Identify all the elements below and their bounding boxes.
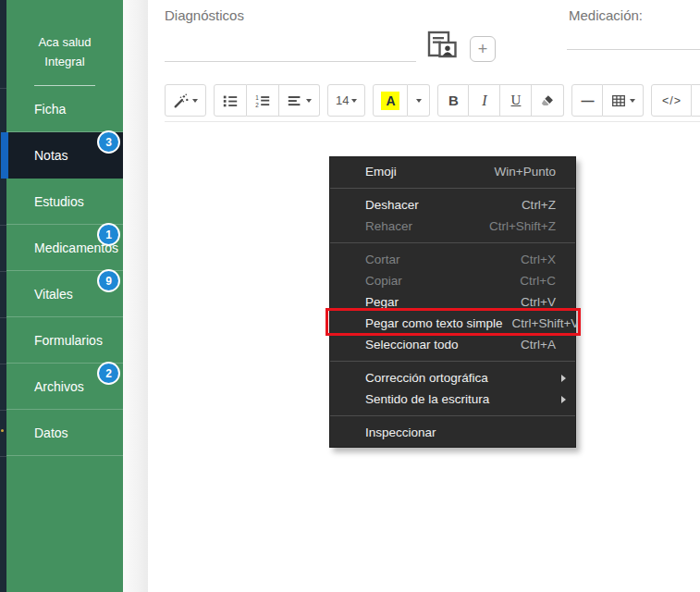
numbered-list-icon: 1 2	[254, 92, 271, 109]
font-size-button[interactable]: 14	[327, 84, 365, 117]
underline-icon: U	[511, 92, 522, 108]
horizontal-rule-button[interactable]: —	[571, 84, 603, 117]
diagnosticos-input[interactable]	[165, 45, 416, 62]
editor-toolbar: 1 2	[165, 84, 700, 117]
context-menu-item-rehacer: RehacerCtrl+Shift+Z	[330, 216, 575, 237]
context-menu-item-pegar[interactable]: PegarCtrl+V	[330, 291, 575, 313]
menu-shortcut: Ctrl+Z	[522, 198, 556, 212]
sidebar-item-label: Datos	[34, 426, 68, 440]
context-menu-item-deshacer[interactable]: DeshacerCtrl+Z	[330, 194, 575, 216]
italic-icon: I	[482, 92, 486, 109]
menu-shortcut: Ctrl+Shift+V	[512, 316, 580, 330]
menu-shortcut: Ctrl+A	[521, 338, 556, 352]
medicacion-input[interactable]	[567, 33, 700, 50]
sidebar-item-notas[interactable]: Notas3	[6, 132, 123, 179]
table-button[interactable]	[603, 84, 644, 117]
mini-strip-divider	[0, 225, 6, 226]
numbered-list-button[interactable]: 1 2	[247, 84, 279, 117]
context-menu: EmojiWin+PuntoDeshacerCtrl+ZRehacerCtrl+…	[329, 156, 576, 448]
menu-item-label: Pegar	[365, 295, 399, 309]
eraser-icon	[539, 92, 556, 109]
submenu-arrow-icon	[561, 396, 566, 403]
sidebar-item-estudios[interactable]: Estudios	[6, 179, 123, 225]
menu-item-label: Corrección ortográfica	[365, 371, 488, 385]
brand-line-1: Aca salud	[6, 32, 123, 52]
mini-strip-divider	[0, 410, 6, 411]
table-icon	[610, 92, 627, 109]
menu-separator	[330, 361, 575, 362]
sidebar-item-label: Formularios	[34, 333, 103, 348]
mini-sidebar-strip	[0, 0, 6, 592]
patient-card-button[interactable]	[426, 31, 460, 60]
list-align-group: 1 2	[214, 84, 320, 117]
context-menu-item-sentido[interactable]: Sentido de la escritura	[330, 388, 575, 410]
context-menu-item-cortar: CortarCtrl+X	[330, 249, 575, 270]
text-color-button[interactable]: A	[373, 84, 408, 117]
notification-badge: 3	[97, 130, 120, 154]
brand-line-2: Integral	[6, 52, 123, 71]
menu-item-label: Sentido de la escritura	[365, 392, 489, 406]
menu-item-label: Deshacer	[365, 198, 419, 212]
menu-shortcut: Ctrl+Shift+Z	[489, 219, 556, 233]
text-color-group: A	[373, 84, 430, 117]
font-size-value: 14	[336, 93, 349, 107]
chevron-down-icon	[192, 99, 198, 103]
mini-strip-divider	[0, 271, 6, 272]
context-menu-item-seleccionar-todo[interactable]: Seleccionar todoCtrl+A	[330, 334, 575, 355]
paragraph-align-button[interactable]	[279, 84, 320, 117]
sidebar-item-medicamentos[interactable]: Medicamentos1	[6, 225, 123, 271]
app-window: Aca salud Integral FichaNotas3EstudiosMe…	[0, 0, 700, 592]
context-menu-item-emoji[interactable]: EmojiWin+Punto	[330, 161, 575, 182]
panel-shadow-gap	[123, 0, 148, 592]
context-menu-item-inspeccionar[interactable]: Inspeccionar	[330, 422, 575, 443]
menu-shortcut: Ctrl+X	[521, 253, 556, 266]
bullet-list-button[interactable]	[214, 84, 247, 117]
align-left-icon	[287, 92, 303, 109]
sidebar-item-label: Ficha	[34, 102, 66, 117]
text-color-swatch: A	[381, 92, 399, 110]
context-menu-item-pegar-texto-simple[interactable]: Pegar como texto simpleCtrl+Shift+V	[330, 313, 575, 334]
sidebar-item-datos[interactable]: Datos	[6, 410, 123, 456]
chevron-down-icon	[416, 99, 422, 103]
style-group	[165, 84, 206, 117]
code-view-icon: </>	[662, 94, 682, 107]
brand-title: Aca salud Integral	[6, 0, 123, 71]
text-color-caret-button[interactable]	[408, 84, 430, 117]
sidebar-item-label: Archivos	[34, 379, 84, 394]
code-view-button[interactable]: </>	[651, 84, 692, 117]
notification-badge: 9	[97, 269, 120, 292]
italic-button[interactable]: I	[469, 84, 500, 117]
menu-shortcut: Win+Punto	[495, 165, 556, 179]
menu-shortcut: Ctrl+C	[520, 274, 556, 288]
context-menu-item-correccion[interactable]: Corrección ortográfica	[330, 367, 575, 388]
submenu-arrow-icon	[561, 375, 566, 382]
bold-icon: B	[448, 92, 459, 108]
sidebar-item-vitales[interactable]: Vitales9	[6, 271, 123, 317]
chevron-down-icon	[630, 99, 635, 103]
horizontal-rule-icon: —	[581, 93, 594, 108]
insert-group: —	[571, 84, 644, 117]
underline-button[interactable]: U	[500, 84, 532, 117]
bullet-list-icon	[222, 92, 239, 109]
menu-item-label: Pegar como texto simple	[365, 316, 503, 330]
svg-text:2: 2	[255, 101, 259, 107]
misc-group: </>	[651, 84, 700, 117]
sidebar: Aca salud Integral FichaNotas3EstudiosMe…	[6, 0, 123, 592]
menu-item-label: Seleccionar todo	[365, 338, 459, 352]
menu-item-label: Emoji	[365, 165, 397, 179]
mini-strip-divider	[0, 364, 6, 364]
mini-strip-divider	[0, 88, 6, 89]
menu-item-label: Rehacer	[365, 219, 412, 233]
notification-badge: 1	[97, 223, 120, 246]
sidebar-item-archivos[interactable]: Archivos2	[6, 364, 123, 410]
add-button[interactable]: +	[470, 36, 496, 62]
clear-format-button[interactable]	[532, 84, 564, 117]
menu-separator	[330, 188, 575, 189]
notification-badge: 2	[97, 362, 120, 385]
magic-style-button[interactable]	[165, 84, 206, 117]
undo-button[interactable]	[692, 84, 700, 117]
bold-button[interactable]: B	[437, 84, 469, 117]
sidebar-item-ficha[interactable]: Ficha	[6, 86, 123, 132]
sidebar-item-formularios[interactable]: Formularios	[6, 317, 123, 364]
chevron-down-icon	[351, 99, 357, 103]
